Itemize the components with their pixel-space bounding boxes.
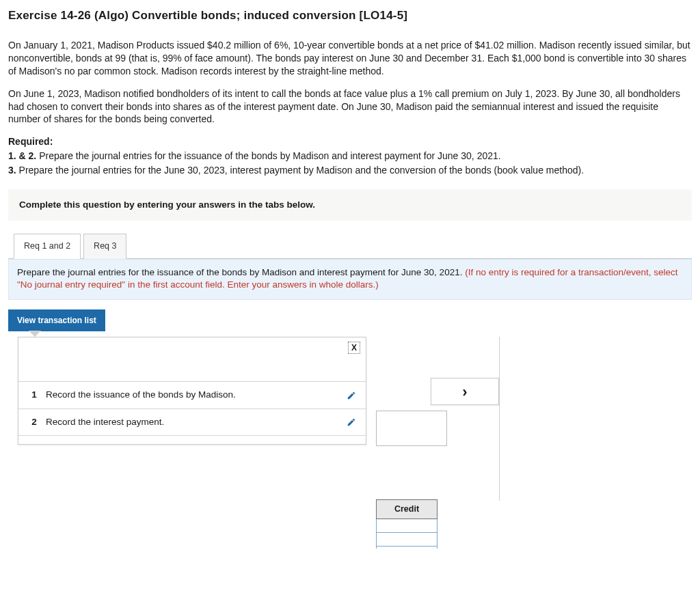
paragraph-2: On June 1, 2023, Madison notified bondho… — [8, 87, 692, 126]
transaction-number: 1 — [27, 389, 42, 401]
required-text-1: Prepare the journal entries for the issu… — [39, 150, 501, 161]
next-button[interactable]: › — [431, 378, 499, 405]
transaction-text: Record the interest payment. — [42, 416, 345, 428]
tab-strip: Req 1 and 2 Req 3 — [8, 233, 692, 259]
tab-instruction-note: Prepare the journal entries for the issu… — [8, 259, 692, 300]
tab-note-text: Prepare the journal entries for the issu… — [17, 267, 465, 277]
view-transaction-list-button[interactable]: View transaction list — [8, 309, 105, 331]
exercise-title: Exercise 14-26 (Algo) Convertible bonds;… — [8, 8, 692, 24]
answer-input[interactable] — [376, 411, 447, 446]
required-prefix-2: 3. — [8, 165, 19, 176]
transaction-text: Record the issuance of the bonds by Madi… — [42, 389, 345, 401]
required-line-2: 3. Prepare the journal entries for the J… — [8, 164, 692, 177]
pencil-icon[interactable] — [345, 389, 358, 402]
close-icon[interactable]: X — [348, 342, 360, 354]
required-line-1: 1. & 2. Prepare the journal entries for … — [8, 150, 692, 163]
credit-cell[interactable] — [376, 533, 438, 547]
panel-divider — [499, 337, 500, 501]
pencil-icon[interactable] — [345, 416, 358, 428]
transaction-number: 2 — [27, 416, 42, 428]
required-prefix-1: 1. & 2. — [8, 150, 39, 161]
tab-req-1-2[interactable]: Req 1 and 2 — [14, 234, 81, 259]
credit-cell[interactable] — [376, 519, 438, 533]
required-block: Required: 1. & 2. Prepare the journal en… — [8, 135, 692, 177]
transaction-row[interactable]: 1 Record the issuance of the bonds by Ma… — [18, 381, 366, 408]
chevron-right-icon: › — [462, 382, 467, 402]
required-label: Required: — [8, 135, 692, 148]
credit-cell[interactable] — [376, 547, 438, 549]
work-area: X 1 Record the issuance of the bonds by … — [8, 337, 692, 549]
credit-header: Credit — [376, 499, 438, 519]
paragraph-1: On January 1, 2021, Madison Products iss… — [8, 39, 692, 78]
transaction-row[interactable]: 2 Record the interest payment. — [18, 409, 366, 436]
instruction-bar: Complete this question by entering your … — [8, 189, 692, 221]
required-text-2: Prepare the journal entries for the June… — [19, 165, 584, 176]
transaction-card: X 1 Record the issuance of the bonds by … — [18, 337, 366, 444]
credit-column: Credit — [376, 499, 438, 549]
tab-req-3[interactable]: Req 3 — [83, 234, 126, 259]
